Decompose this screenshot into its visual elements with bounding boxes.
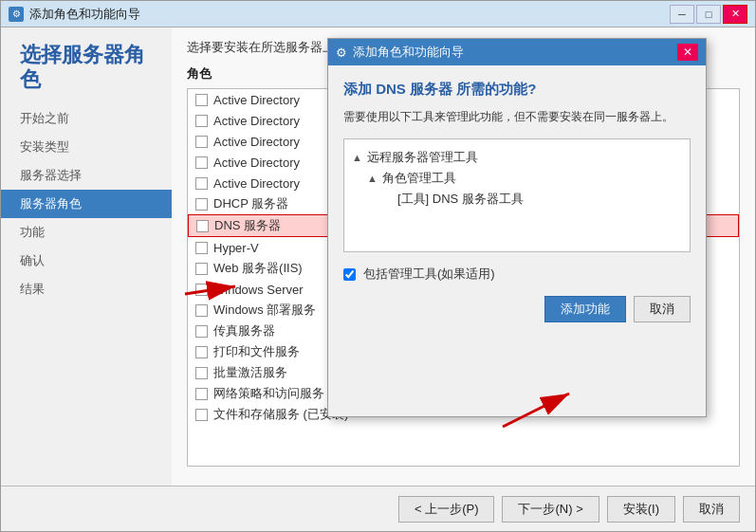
inner-cancel-button[interactable]: 取消 <box>634 296 691 322</box>
tree-expand-1: ▲ <box>367 173 382 184</box>
role-checkbox-ad-1[interactable] <box>195 94 208 106</box>
role-label-ad-2: Active Directory <box>213 114 300 128</box>
role-checkbox-print[interactable] <box>195 346 208 358</box>
role-label-ad-4: Active Directory <box>213 156 300 170</box>
sidebar-item-install-type[interactable]: 安装类型 <box>1 133 172 161</box>
inner-dialog-heading: 添加 DNS 服务器 所需的功能? <box>343 81 691 99</box>
role-checkbox-fax[interactable] <box>195 325 208 338</box>
sidebar-item-server-roles[interactable]: 服务器角色 <box>1 190 172 218</box>
role-checkbox-ad-3[interactable] <box>195 136 208 148</box>
inner-dialog-title: 添加角色和功能向导 <box>353 44 464 61</box>
role-label-activation: 批量激活服务 <box>213 364 287 381</box>
outer-window-title: 添加角色和功能向导 <box>29 6 140 23</box>
tree-node-remote-tools: ▲ 远程服务器管理工具 <box>352 147 682 168</box>
sidebar-item-features[interactable]: 功能 <box>1 218 172 247</box>
role-checkbox-ad-2[interactable] <box>195 115 208 127</box>
role-checkbox-winserver[interactable] <box>195 284 208 296</box>
outer-window-icon: ⚙ <box>9 7 24 22</box>
window-controls: ─ □ ✕ <box>670 5 747 24</box>
add-feature-button[interactable]: 添加功能 <box>544 296 626 322</box>
inner-dialog: ⚙ 添加角色和功能向导 ✕ 添加 DNS 服务器 所需的功能? 需要使用以下工具… <box>327 38 707 417</box>
role-label-iis: Web 服务器(IIS) <box>213 260 303 277</box>
role-label-dhcp: DHCP 服务器 <box>213 195 288 212</box>
inner-dialog-titlebar: ⚙ 添加角色和功能向导 ✕ <box>328 39 706 65</box>
sidebar: 选择服务器角色 开始之前 安装类型 服务器选择 服务器角色 功能 确认 结果 <box>1 28 172 486</box>
minimize-button[interactable]: ─ <box>670 5 694 24</box>
tree-node-role-tools: ▲ 角色管理工具 <box>352 168 682 189</box>
role-label-windeployment: Windows 部署服务 <box>213 302 316 319</box>
tree-label-dns-tool: [工具] DNS 服务器工具 <box>397 191 524 208</box>
inner-dialog-body: 添加 DNS 服务器 所需的功能? 需要使用以下工具来管理此功能，但不需要安装在… <box>328 65 706 338</box>
role-label-ad-1: Active Directory <box>213 93 300 107</box>
tree-expand-2 <box>382 193 397 205</box>
include-tools-label: 包括管理工具(如果适用) <box>363 266 495 283</box>
role-checkbox-dhcp[interactable] <box>195 198 208 211</box>
role-checkbox-dns[interactable] <box>196 220 209 232</box>
role-label-dns: DNS 服务器 <box>214 217 281 234</box>
sidebar-item-start[interactable]: 开始之前 <box>1 104 172 133</box>
maximize-button[interactable]: □ <box>696 5 721 24</box>
role-checkbox-iis[interactable] <box>195 263 208 275</box>
install-button[interactable]: 安装(I) <box>607 496 675 523</box>
sidebar-item-results[interactable]: 结果 <box>1 275 172 303</box>
features-tree: ▲ 远程服务器管理工具 ▲ 角色管理工具 [工具] DNS 服务器工具 <box>343 138 691 252</box>
role-label-hyperv: Hyper-V <box>213 241 259 255</box>
next-button[interactable]: 下一步(N) > <box>502 496 599 523</box>
role-label-ad-3: Active Directory <box>213 135 300 149</box>
role-checkbox-activation[interactable] <box>195 367 208 379</box>
tree-label-remote-tools: 远程服务器管理工具 <box>367 149 478 166</box>
page-heading: 选择服务器角色 <box>1 28 172 104</box>
tree-node-dns-tool: [工具] DNS 服务器工具 <box>352 189 682 210</box>
include-tools-checkbox[interactable] <box>343 268 356 281</box>
role-label-npas: 网络策略和访问服务 <box>213 385 324 402</box>
outer-titlebar: ⚙ 添加角色和功能向导 ─ □ ✕ <box>1 1 755 28</box>
role-checkbox-ad-5[interactable] <box>195 177 208 190</box>
tree-expand-0: ▲ <box>352 152 367 163</box>
close-button[interactable]: ✕ <box>723 5 747 24</box>
inner-window-icon: ⚙ <box>336 46 347 60</box>
sidebar-item-server-select[interactable]: 服务器选择 <box>1 161 172 190</box>
role-checkbox-hyperv[interactable] <box>195 242 208 254</box>
include-tools-row: 包括管理工具(如果适用) <box>343 266 691 283</box>
role-checkbox-npas[interactable] <box>195 388 208 400</box>
inner-close-button[interactable]: ✕ <box>677 44 698 61</box>
role-label-winserver: Windows Server <box>213 283 304 297</box>
role-label-ad-5: Active Directory <box>213 176 300 191</box>
role-checkbox-filestorage[interactable] <box>195 409 208 421</box>
role-label-print: 打印和文件服务 <box>213 343 300 360</box>
bottom-bar: < 上一步(P) 下一步(N) > 安装(I) 取消 <box>1 486 755 531</box>
cancel-button[interactable]: 取消 <box>683 496 740 523</box>
nav-items: 开始之前 安装类型 服务器选择 服务器角色 功能 确认 结果 <box>1 104 172 303</box>
role-checkbox-ad-4[interactable] <box>195 156 208 169</box>
inner-dialog-buttons: 添加功能 取消 <box>343 296 691 322</box>
back-button[interactable]: < 上一步(P) <box>398 496 495 523</box>
inner-dialog-description: 需要使用以下工具来管理此功能，但不需要安装在同一服务器上。 <box>343 108 691 125</box>
tree-label-role-tools: 角色管理工具 <box>382 170 456 187</box>
sidebar-item-confirm[interactable]: 确认 <box>1 247 172 275</box>
role-checkbox-windeployment[interactable] <box>195 304 208 317</box>
role-label-fax: 传真服务器 <box>213 322 275 339</box>
